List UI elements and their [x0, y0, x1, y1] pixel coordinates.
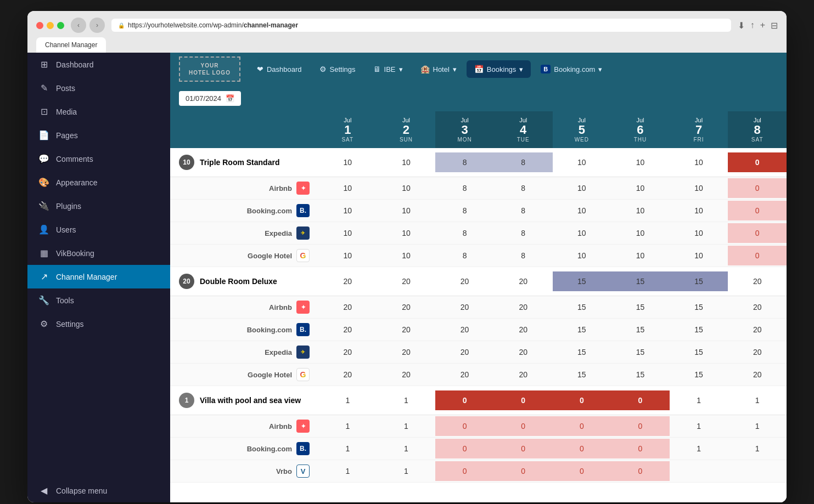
ch-triple-booking-0[interactable]: 10 — [318, 201, 377, 220]
avail-villa-6[interactable]: 1 — [670, 390, 728, 410]
nav-hotel[interactable]: 🏨 Hotel ▾ — [413, 60, 464, 78]
ch-triple-google-1[interactable]: 10 — [377, 246, 436, 265]
ch-triple-booking-1[interactable]: 10 — [377, 201, 436, 220]
avail-triple-4[interactable]: 10 — [553, 152, 611, 172]
channel-row-double-airbnb: Airbnb ✦ 20 20 20 20 15 15 15 20 — [170, 296, 787, 319]
maximize-button[interactable] — [57, 22, 64, 29]
ch-triple-google-4[interactable]: 10 — [553, 246, 611, 265]
ch-triple-expedia-5[interactable]: 10 — [611, 223, 670, 243]
avail-villa-0[interactable]: 1 — [318, 390, 377, 410]
avail-villa-1[interactable]: 1 — [377, 390, 436, 410]
ch-triple-google-5[interactable]: 10 — [611, 246, 670, 265]
ch-triple-booking-2[interactable]: 8 — [435, 201, 494, 220]
avail-triple-5[interactable]: 10 — [611, 152, 670, 172]
nav-dashboard[interactable]: ❤ Dashboard — [249, 60, 310, 78]
minimize-button[interactable] — [47, 22, 54, 29]
airbnb-logo-3: ✦ — [296, 420, 310, 433]
vikbooking-icon: ▦ — [38, 248, 49, 258]
avail-double-7[interactable]: 20 — [728, 271, 787, 291]
content-area: 01/07/2024 📅 Jul 1 SAT Jul 2 SUN — [170, 86, 787, 502]
ch-triple-airbnb-3[interactable]: 8 — [494, 178, 553, 198]
top-navigation: YOUR HOTEL LOGO ❤ Dashboard ⚙ Settings 🖥… — [170, 53, 787, 86]
ch-triple-booking-4[interactable]: 10 — [553, 201, 611, 220]
avail-triple-1[interactable]: 10 — [377, 152, 436, 172]
forward-button[interactable]: › — [89, 18, 105, 33]
sidebar-item-tools[interactable]: 🔧 Tools — [27, 288, 170, 312]
sidebar-item-vikbooking[interactable]: ▦ VikBooking — [27, 241, 170, 265]
ch-triple-airbnb-6[interactable]: 10 — [670, 178, 728, 198]
avail-villa-4[interactable]: 0 — [553, 390, 611, 410]
avail-villa-2[interactable]: 0 — [435, 390, 494, 410]
sidebar-item-channel-manager[interactable]: ↗ Channel Manager — [27, 265, 170, 288]
sidebar-item-appearance[interactable]: 🎨 Appearance — [27, 171, 170, 194]
avail-villa-5[interactable]: 0 — [611, 390, 670, 410]
avail-double-6[interactable]: 15 — [670, 271, 728, 291]
avail-villa-7[interactable]: 1 — [728, 390, 787, 410]
nav-settings[interactable]: ⚙ Settings — [312, 60, 363, 78]
ch-triple-google-6[interactable]: 10 — [670, 246, 728, 265]
ch-triple-airbnb-2[interactable]: 8 — [435, 178, 494, 198]
channel-row-villa-booking: Booking.com B. 1 1 0 0 0 0 1 1 — [170, 438, 787, 460]
ch-triple-airbnb-0[interactable]: 10 — [318, 178, 377, 198]
sidebar-item-media[interactable]: ⊡ Media — [27, 100, 170, 123]
ch-triple-booking-5[interactable]: 10 — [611, 201, 670, 220]
booking-logo: B. — [296, 204, 310, 217]
ch-triple-expedia-2[interactable]: 8 — [435, 223, 494, 243]
download-icon[interactable]: ⬇ — [738, 20, 745, 31]
expedia-logo-2: ✈ — [296, 346, 310, 359]
ch-triple-airbnb-7[interactable]: 0 — [728, 178, 787, 198]
sidebar-item-posts[interactable]: ✎ Posts — [27, 76, 170, 100]
avail-double-0[interactable]: 20 — [318, 271, 377, 291]
google-logo: G — [296, 249, 310, 262]
ch-triple-airbnb-5[interactable]: 10 — [611, 178, 670, 198]
avail-triple-7[interactable]: 0 — [728, 152, 787, 172]
date-input[interactable]: 01/07/2024 📅 — [179, 91, 241, 106]
address-bar[interactable]: 🔒 https://yourhotelwebsite.com/wp-admin/… — [111, 19, 731, 32]
sidebar-item-dashboard[interactable]: ⊞ Dashboard — [27, 53, 170, 76]
ch-triple-expedia-0[interactable]: 10 — [318, 223, 377, 243]
ch-triple-airbnb-1[interactable]: 10 — [377, 178, 436, 198]
nav-ibe[interactable]: 🖥 IBE ▾ — [366, 60, 411, 78]
nav-booking-com[interactable]: B Booking.com ▾ — [533, 60, 610, 78]
sidebar-item-settings[interactable]: ⚙ Settings — [27, 312, 170, 336]
ch-triple-airbnb-4[interactable]: 10 — [553, 178, 611, 198]
sidebar-item-plugins[interactable]: 🔌 Plugins — [27, 194, 170, 218]
day-header-6: Jul 7 FRI — [670, 111, 728, 148]
browser-tab[interactable]: Channel Manager — [36, 37, 106, 53]
sidebar-item-comments[interactable]: 💬 Comments — [27, 147, 170, 171]
avail-double-2[interactable]: 20 — [435, 271, 494, 291]
avail-double-5[interactable]: 15 — [611, 271, 670, 291]
avail-double-4[interactable]: 15 — [553, 271, 611, 291]
ch-triple-google-7[interactable]: 0 — [728, 246, 787, 265]
ch-triple-booking-7[interactable]: 0 — [728, 201, 787, 220]
close-button[interactable] — [36, 22, 43, 29]
share-icon[interactable]: ↑ — [750, 20, 755, 30]
rooms-table: 10 Triple Room Standard 10 10 8 8 10 10 … — [170, 148, 787, 483]
sidebar-item-users[interactable]: 👤 Users — [27, 218, 170, 241]
ch-triple-booking-6[interactable]: 10 — [670, 201, 728, 220]
ch-triple-google-3[interactable]: 8 — [494, 246, 553, 265]
avail-villa-3[interactable]: 0 — [494, 390, 553, 410]
avail-double-1[interactable]: 20 — [377, 271, 436, 291]
avail-triple-3[interactable]: 8 — [494, 152, 553, 172]
ch-triple-google-0[interactable]: 10 — [318, 246, 377, 265]
ch-triple-google-2[interactable]: 8 — [435, 246, 494, 265]
ch-triple-expedia-1[interactable]: 10 — [377, 223, 436, 243]
avail-triple-0[interactable]: 10 — [318, 152, 377, 172]
avail-double-3[interactable]: 20 — [494, 271, 553, 291]
avail-triple-2[interactable]: 8 — [435, 152, 494, 172]
back-button[interactable]: ‹ — [71, 18, 86, 33]
nav-bookings[interactable]: 📅 Bookings ▾ — [467, 60, 531, 78]
sidebar-toggle-icon[interactable]: ⊟ — [771, 20, 778, 31]
new-tab-icon[interactable]: + — [760, 20, 765, 30]
vrbo-logo: V — [296, 465, 310, 478]
ch-triple-expedia-6[interactable]: 10 — [670, 223, 728, 243]
sidebar-item-collapse[interactable]: ◀ Collapse menu — [27, 479, 170, 502]
ch-triple-expedia-4[interactable]: 10 — [553, 223, 611, 243]
channel-row-double-expedia: Expedia ✈ 20 20 20 20 15 15 15 20 — [170, 341, 787, 364]
ch-triple-expedia-7[interactable]: 0 — [728, 223, 787, 243]
ch-triple-booking-3[interactable]: 8 — [494, 201, 553, 220]
sidebar-item-pages[interactable]: 📄 Pages — [27, 123, 170, 147]
avail-triple-6[interactable]: 10 — [670, 152, 728, 172]
ch-triple-expedia-3[interactable]: 8 — [494, 223, 553, 243]
